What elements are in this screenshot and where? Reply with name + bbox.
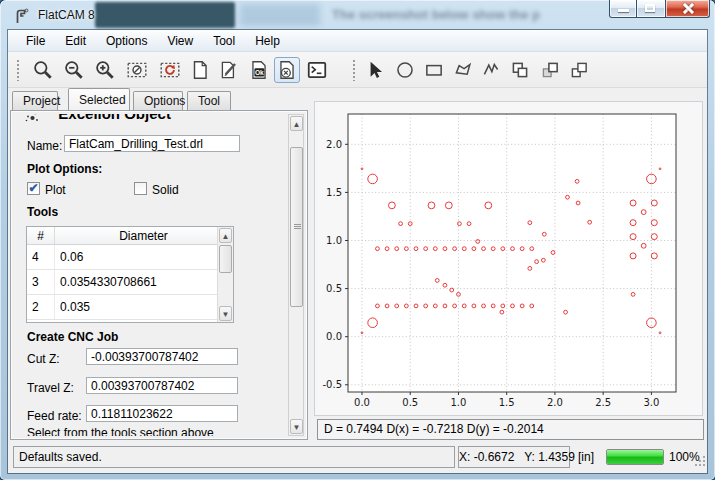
clear-plot-button[interactable] <box>124 57 150 83</box>
mouse-coordinates: X: -0.6672 Y: 1.4359 <box>458 446 570 468</box>
draw-polygon-button[interactable] <box>450 57 476 83</box>
titlebar-bleed <box>95 2 235 28</box>
draw-circle-button[interactable] <box>392 57 418 83</box>
toolbar-grip-2[interactable] <box>352 59 356 81</box>
table-scrollbar[interactable]: ▲ ▼ <box>217 227 233 322</box>
units-indicator: [in] <box>578 448 594 468</box>
toolbar: Ok <box>8 52 707 88</box>
col-header-diameter[interactable]: Diameter <box>55 227 233 244</box>
app-window: The screenshot below show the p FlatCAM … <box>0 0 715 480</box>
maximize-button[interactable] <box>637 0 665 18</box>
plot-svg[interactable]: 0.00.51.01.52.02.53.0-0.50.00.51.01.52.0 <box>315 102 702 415</box>
circle-icon <box>394 59 416 81</box>
menu-view[interactable]: View <box>157 31 203 51</box>
table-scroll-up-icon[interactable]: ▲ <box>219 228 232 243</box>
close-button[interactable] <box>665 0 710 18</box>
menu-tool[interactable]: Tool <box>203 31 245 51</box>
zoom-fit-button[interactable] <box>30 57 56 83</box>
cancel-edit-button[interactable] <box>274 57 300 83</box>
col-header-num[interactable]: # <box>27 227 55 244</box>
resize-grip-icon[interactable] <box>693 454 705 466</box>
apply-edit-icon: Ok <box>248 59 270 81</box>
edit-file-button[interactable] <box>216 57 242 83</box>
zoom-fit-icon <box>32 59 54 81</box>
travelz-input[interactable] <box>86 377 238 394</box>
copy-object-button[interactable] <box>507 57 533 83</box>
cell-tool-dia: 0.035 <box>55 295 233 319</box>
minimize-button[interactable] <box>609 0 637 18</box>
cell-tool-dia: 0.0354330708661 <box>55 270 233 294</box>
copy-geometry-button[interactable] <box>537 57 563 83</box>
shell-button[interactable] <box>304 57 330 83</box>
menu-edit[interactable]: Edit <box>55 31 96 51</box>
object-title-row: Excellon Object <box>23 114 171 133</box>
name-label: Name: <box>27 139 62 153</box>
zoom-out-icon <box>63 59 85 81</box>
join-geometry-button[interactable] <box>566 57 592 83</box>
svg-text:3.0: 3.0 <box>643 397 659 408</box>
tab-project[interactable]: Project <box>12 91 58 110</box>
tab-options[interactable]: Options <box>133 91 183 110</box>
tab-selected[interactable]: Selected <box>68 88 130 110</box>
svg-text:2.0: 2.0 <box>326 139 342 150</box>
edit-file-icon <box>218 59 240 81</box>
draw-rectangle-button[interactable] <box>421 57 447 83</box>
panel-scrollbar[interactable]: ▲ ▼ <box>288 114 304 436</box>
cutz-label: Cut Z: <box>27 352 60 366</box>
cell-tool-num: 4 <box>27 245 55 269</box>
replot-icon <box>159 59 181 81</box>
panel-scroll-down-icon[interactable]: ▼ <box>290 419 303 434</box>
cutz-input[interactable] <box>86 348 238 365</box>
panel-scrollbar-thumb[interactable] <box>290 147 303 307</box>
feedrate-label: Feed rate: <box>27 409 82 423</box>
panel-scroll-up-icon[interactable]: ▲ <box>290 116 303 131</box>
zoom-out-button[interactable] <box>61 57 87 83</box>
table-row[interactable]: 3 0.0354330708661 <box>27 270 233 295</box>
selected-panel: Excellon Object Name: Plot Options: ✔ Pl… <box>10 110 308 440</box>
pointer-button[interactable] <box>362 57 388 83</box>
cell-tool-num: 3 <box>27 270 55 294</box>
tools-table: # Diameter 4 0.06 3 0.0354330708661 2 0.… <box>26 226 234 323</box>
table-scroll-down-icon[interactable]: ▼ <box>219 306 232 321</box>
polyline-icon <box>480 59 502 81</box>
table-scrollbar-thumb[interactable] <box>219 245 232 273</box>
progress-fill <box>607 450 663 464</box>
menu-options[interactable]: Options <box>96 31 157 51</box>
new-file-icon <box>189 59 211 81</box>
plot-figure[interactable]: 0.00.51.01.52.02.53.0-0.50.00.51.01.52.0 <box>314 101 703 416</box>
menu-file[interactable]: File <box>16 31 55 51</box>
replot-button[interactable] <box>157 57 183 83</box>
scrollbar-grip <box>294 224 301 225</box>
draw-polyline-button[interactable] <box>478 57 504 83</box>
join-geometry-icon <box>568 59 590 81</box>
polygon-icon <box>452 59 474 81</box>
pointer-icon <box>364 59 386 81</box>
name-input[interactable] <box>64 135 240 152</box>
plot-checkbox[interactable]: ✔ <box>27 182 40 195</box>
tab-tool[interactable]: Tool <box>187 91 231 110</box>
tools-table-header: # Diameter <box>27 227 233 245</box>
menubar: File Edit Options View Tool Help <box>8 30 707 52</box>
menu-help[interactable]: Help <box>245 31 290 51</box>
svg-text:-0.5: -0.5 <box>322 379 342 390</box>
svg-text:0.5: 0.5 <box>326 283 342 294</box>
table-row[interactable]: 2 0.035 <box>27 295 233 320</box>
window-title: FlatCAM 8 <box>38 8 95 22</box>
toolbar-grip[interactable] <box>16 59 20 81</box>
apply-edit-button[interactable]: Ok <box>246 57 272 83</box>
svg-text:0.0: 0.0 <box>326 331 342 342</box>
svg-text:1.5: 1.5 <box>499 397 515 408</box>
maximize-icon <box>645 4 655 12</box>
copy-object-icon <box>509 59 531 81</box>
feedrate-input[interactable] <box>86 405 238 422</box>
table-row[interactable]: 4 0.06 <box>27 245 233 270</box>
tools-label: Tools <box>27 205 58 219</box>
cell-tool-dia: 0.06 <box>55 245 233 269</box>
zoom-in-button[interactable] <box>92 57 118 83</box>
solid-checkbox[interactable] <box>134 182 147 195</box>
cell-tool-num: 2 <box>27 295 55 319</box>
titlebar[interactable]: The screenshot below show the p FlatCAM … <box>0 0 715 30</box>
new-file-button[interactable] <box>187 57 213 83</box>
svg-text:2.0: 2.0 <box>547 397 563 408</box>
distance-readout: D = 0.7494 D(x) = -0.7218 D(y) = -0.2014 <box>317 419 704 440</box>
